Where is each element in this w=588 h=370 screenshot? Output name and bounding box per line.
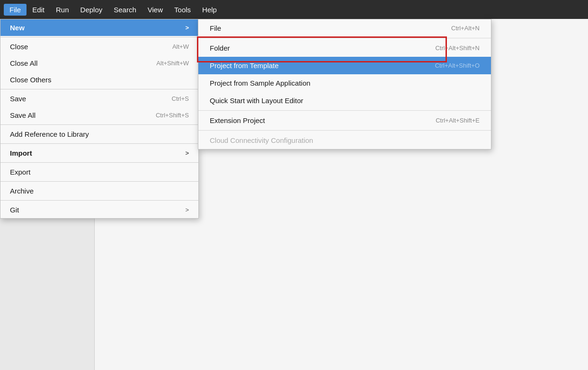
- menu-item-import-arrow: >: [185, 150, 189, 157]
- menu-item-import[interactable]: Import >: [0, 145, 198, 161]
- menu-item-export-label: Export: [10, 168, 30, 176]
- menu-item-close-all[interactable]: Close All Alt+Shift+W: [0, 55, 198, 71]
- file-dropdown-menu: New > Close Alt+W Close All Alt+Shift+W …: [0, 19, 199, 219]
- menu-item-close-all-label: Close All: [10, 59, 37, 67]
- menu-item-save-label: Save: [10, 95, 26, 103]
- menu-item-export[interactable]: Export: [0, 164, 198, 180]
- menu-item-git-label: Git: [10, 206, 19, 214]
- menu-item-save-shortcut: Ctrl+S: [172, 95, 189, 102]
- submenu-item-extension-project-shortcut: Ctrl+Alt+Shift+E: [436, 117, 480, 124]
- submenu-sep-3: [198, 130, 491, 131]
- menubar-search[interactable]: Search: [108, 4, 142, 16]
- submenu-item-folder-label: Folder: [210, 44, 230, 52]
- menu-item-close-label: Close: [10, 43, 28, 51]
- menu-item-save-all[interactable]: Save All Ctrl+Shift+S: [0, 107, 198, 123]
- menu-item-close-others-label: Close Others: [10, 76, 52, 84]
- separator-6: [0, 181, 198, 182]
- submenu-item-cloud-connectivity[interactable]: Cloud Connectivity Configuration: [198, 132, 491, 149]
- separator-7: [0, 200, 198, 201]
- submenu-item-folder[interactable]: Folder Ctrl+Alt+Shift+N: [198, 39, 491, 57]
- menu-item-add-reference-label: Add Reference to Library: [10, 130, 89, 138]
- menu-item-new[interactable]: New >: [0, 19, 198, 36]
- menu-item-close[interactable]: Close Alt+W: [0, 38, 198, 55]
- submenu-item-project-from-sample[interactable]: Project from Sample Application: [198, 74, 491, 92]
- menubar-file[interactable]: File: [4, 4, 27, 16]
- menu-item-close-others[interactable]: Close Others: [0, 71, 198, 88]
- menu-item-add-reference[interactable]: Add Reference to Library: [0, 126, 198, 142]
- menu-item-git-arrow: >: [185, 206, 189, 213]
- menubar-run[interactable]: Run: [50, 4, 75, 16]
- new-submenu: File Ctrl+Alt+N Folder Ctrl+Alt+Shift+N …: [198, 19, 491, 150]
- submenu-item-quick-start-label: Quick Start with Layout Editor: [210, 97, 303, 105]
- submenu-item-file[interactable]: File Ctrl+Alt+N: [198, 19, 491, 37]
- submenu-item-file-shortcut: Ctrl+Alt+N: [451, 25, 480, 32]
- menubar-edit[interactable]: Edit: [27, 4, 50, 16]
- menu-item-archive-label: Archive: [10, 187, 34, 195]
- menu-item-archive[interactable]: Archive: [0, 183, 198, 199]
- submenu-item-project-from-template-label: Project from Template: [210, 62, 279, 70]
- submenu-item-extension-project-label: Extension Project: [210, 116, 265, 124]
- separator-4: [0, 143, 198, 144]
- menu-item-new-arrow: >: [185, 24, 189, 31]
- menubar-view[interactable]: View: [142, 4, 169, 16]
- submenu-item-project-from-template[interactable]: Project from Template Ctrl+Alt+Shift+O: [198, 57, 491, 74]
- menu-item-save[interactable]: Save Ctrl+S: [0, 90, 198, 107]
- submenu-sep-1: [198, 38, 491, 38]
- menu-item-new-label: New: [10, 24, 25, 32]
- separator-1: [0, 37, 198, 37]
- menubar-deploy[interactable]: Deploy: [75, 4, 108, 16]
- menu-item-close-shortcut: Alt+W: [172, 43, 189, 50]
- menu-item-git[interactable]: Git >: [0, 202, 198, 218]
- menu-item-close-all-shortcut: Alt+Shift+W: [156, 60, 189, 67]
- menu-bar: File Edit Run Deploy Search View Tools H…: [0, 0, 588, 19]
- submenu-item-file-label: File: [210, 24, 221, 32]
- submenu-item-quick-start[interactable]: Quick Start with Layout Editor: [198, 92, 491, 109]
- submenu-item-extension-project[interactable]: Extension Project Ctrl+Alt+Shift+E: [198, 112, 491, 129]
- separator-3: [0, 124, 198, 125]
- submenu-sep-2: [198, 110, 491, 111]
- submenu-item-project-from-template-shortcut: Ctrl+Alt+Shift+O: [435, 62, 480, 69]
- separator-2: [0, 89, 198, 89]
- submenu-item-cloud-connectivity-label: Cloud Connectivity Configuration: [210, 136, 313, 144]
- content-area: New > Close Alt+W Close All Alt+Shift+W …: [0, 19, 588, 370]
- menu-item-save-all-shortcut: Ctrl+Shift+S: [156, 112, 189, 119]
- menubar-tools[interactable]: Tools: [169, 4, 196, 16]
- separator-5: [0, 162, 198, 163]
- submenu-item-folder-shortcut: Ctrl+Alt+Shift+N: [435, 44, 480, 52]
- menu-item-save-all-label: Save All: [10, 111, 36, 119]
- menu-item-import-label: Import: [10, 149, 32, 157]
- menubar-help[interactable]: Help: [196, 4, 223, 16]
- submenu-item-project-from-sample-label: Project from Sample Application: [210, 79, 311, 87]
